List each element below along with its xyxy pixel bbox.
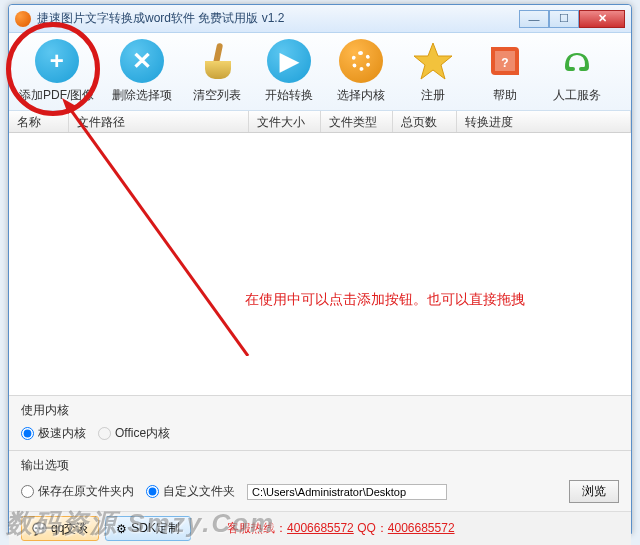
broom-icon <box>195 39 239 83</box>
app-icon <box>15 11 31 27</box>
footer: 💬 qq交谈 ⚙ SDK定制 客服热线：4006685572 QQ：400668… <box>9 511 631 545</box>
star-icon <box>411 39 455 83</box>
fast-engine-radio[interactable]: 极速内核 <box>21 425 86 442</box>
hotline-phone[interactable]: 4006685572 <box>287 521 354 535</box>
custom-folder-radio[interactable]: 自定义文件夹 <box>146 483 235 500</box>
custom-folder-label: 自定义文件夹 <box>163 483 235 500</box>
register-button[interactable]: 注册 <box>406 39 460 104</box>
start-label: 开始转换 <box>265 87 313 104</box>
service-label: 人工服务 <box>553 87 601 104</box>
annotation-text: 在使用中可以点击添加按钮。也可以直接拖拽 <box>245 291 525 309</box>
gear-icon <box>339 39 383 83</box>
play-icon: ▶ <box>267 39 311 83</box>
office-engine-radio[interactable]: Office内核 <box>98 425 170 442</box>
engine-label: 选择内核 <box>337 87 385 104</box>
col-path[interactable]: 文件路径 <box>69 111 249 132</box>
help-button[interactable]: ? 帮助 <box>478 39 532 104</box>
titlebar: 捷速图片文字转换成word软件 免费试用版 v1.2 — ☐ ✕ <box>9 5 631 33</box>
sdk-button[interactable]: ⚙ SDK定制 <box>105 516 191 541</box>
maximize-button[interactable]: ☐ <box>549 10 579 28</box>
file-list[interactable]: 在使用中可以点击添加按钮。也可以直接拖拽 <box>9 133 631 395</box>
hotline-qq[interactable]: 4006685572 <box>388 521 455 535</box>
qq-chat-button[interactable]: 💬 qq交谈 <box>21 516 99 541</box>
col-name[interactable]: 名称 <box>9 111 69 132</box>
col-pages[interactable]: 总页数 <box>393 111 457 132</box>
clear-label: 清空列表 <box>193 87 241 104</box>
add-label: 添加PDF/图像 <box>19 87 94 104</box>
keep-folder-radio[interactable]: 保存在原文件夹内 <box>21 483 134 500</box>
clear-button[interactable]: 清空列表 <box>190 39 244 104</box>
col-size[interactable]: 文件大小 <box>249 111 321 132</box>
output-panel: 输出选项 保存在原文件夹内 自定义文件夹 浏览 <box>9 450 631 511</box>
office-engine-label: Office内核 <box>115 425 170 442</box>
fast-engine-label: 极速内核 <box>38 425 86 442</box>
minimize-button[interactable]: — <box>519 10 549 28</box>
engine-panel: 使用内核 极速内核 Office内核 <box>9 395 631 450</box>
toolbar: + 添加PDF/图像 ✕ 删除选择项 清空列表 ▶ 开始转换 选择内核 注册 ?… <box>9 33 631 111</box>
hotline: 客服热线：4006685572 QQ：4006685572 <box>227 520 455 537</box>
close-button[interactable]: ✕ <box>579 10 625 28</box>
start-button[interactable]: ▶ 开始转换 <box>262 39 316 104</box>
window-title: 捷速图片文字转换成word软件 免费试用版 v1.2 <box>37 10 519 27</box>
qq-chat-label: qq交谈 <box>51 520 88 537</box>
col-type[interactable]: 文件类型 <box>321 111 393 132</box>
hotline-qq-label: QQ： <box>354 521 388 535</box>
add-pdf-button[interactable]: + 添加PDF/图像 <box>19 39 94 104</box>
svg-text:?: ? <box>502 56 509 70</box>
engine-button[interactable]: 选择内核 <box>334 39 388 104</box>
service-button[interactable]: 人工服务 <box>550 39 604 104</box>
register-label: 注册 <box>421 87 445 104</box>
delete-label: 删除选择项 <box>112 87 172 104</box>
help-label: 帮助 <box>493 87 517 104</box>
table-header: 名称 文件路径 文件大小 文件类型 总页数 转换进度 <box>9 111 631 133</box>
plus-icon: + <box>35 39 79 83</box>
phone-icon <box>555 39 599 83</box>
output-path-input[interactable] <box>247 484 447 500</box>
output-heading: 输出选项 <box>21 457 619 474</box>
book-icon: ? <box>483 39 527 83</box>
keep-folder-label: 保存在原文件夹内 <box>38 483 134 500</box>
browse-button[interactable]: 浏览 <box>569 480 619 503</box>
engine-heading: 使用内核 <box>21 402 619 419</box>
app-window: 捷速图片文字转换成word软件 免费试用版 v1.2 — ☐ ✕ + 添加PDF… <box>8 4 632 534</box>
sdk-label: SDK定制 <box>131 520 180 537</box>
col-progress[interactable]: 转换进度 <box>457 111 631 132</box>
svg-marker-0 <box>414 43 452 79</box>
x-icon: ✕ <box>120 39 164 83</box>
hotline-label: 客服热线： <box>227 521 287 535</box>
window-controls: — ☐ ✕ <box>519 10 625 28</box>
delete-button[interactable]: ✕ 删除选择项 <box>112 39 172 104</box>
